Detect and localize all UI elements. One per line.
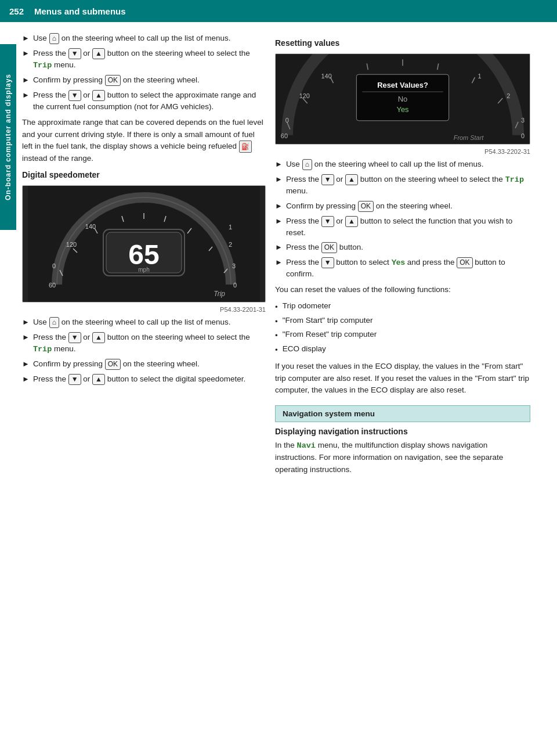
reset-bullet-list: ►Use ⌂ on the steering wheel to call up … xyxy=(275,159,530,279)
button-icon: ▼ xyxy=(68,332,81,343)
svg-text:0: 0 xyxy=(285,117,289,124)
reset-function-list: •Trip odometer•"From Start" trip compute… xyxy=(275,301,530,357)
svg-text:mph: mph xyxy=(138,267,149,273)
bullet-text: Press the ▼ or ▲ button to select the di… xyxy=(33,373,266,385)
content-area: ►Use ⌂ on the steering wheel to call up … xyxy=(16,22,557,756)
digital-bullet-list: ►Use ⌂ on the steering wheel to call up … xyxy=(22,316,266,385)
bullet-text: Press the ▼ or ▲ button on the steering … xyxy=(33,48,266,71)
bullet-arrow: ► xyxy=(22,374,30,385)
button-icon: ▼ xyxy=(321,174,334,185)
button-icon: ▼ xyxy=(68,374,81,385)
intro-bullet-list: ►Use ⌂ on the steering wheel to call up … xyxy=(22,33,266,112)
reset-svg: 0 120 140 60 3 2 1 0 Reset Values? No Ye… xyxy=(276,54,530,144)
trip-label: Trip xyxy=(505,175,524,184)
svg-text:3: 3 xyxy=(521,117,525,124)
bullet-text: Confirm by pressing OK on the steering w… xyxy=(33,74,266,86)
bullet-text: Press the ▼ or ▲ button to select the fu… xyxy=(286,215,530,238)
nav-box-label: Navigation system menu xyxy=(283,409,375,418)
bullet-item: ►Use ⌂ on the steering wheel to call up … xyxy=(275,159,530,170)
button-icon: OK xyxy=(105,75,121,86)
button-icon: OK xyxy=(321,242,337,253)
speedometer-svg: 0 120 140 60 3 2 1 0 65 mph Trip xyxy=(23,186,265,302)
svg-text:Yes: Yes xyxy=(396,105,408,114)
you-can-reset-para: You can reset the values of the followin… xyxy=(275,284,530,296)
speedometer-label: P54.33-2201-31 xyxy=(22,306,266,313)
button-icon: ▲ xyxy=(92,374,105,385)
svg-text:Trip: Trip xyxy=(214,290,225,298)
list-item-text: ECO display xyxy=(283,344,326,355)
button-icon: ▲ xyxy=(345,216,358,227)
bullet-text: Use ⌂ on the steering wheel to call up t… xyxy=(33,316,266,328)
refuel-icon: ⛽ xyxy=(239,141,252,153)
bullet-item: ►Press the ▼ button to select Yes and pr… xyxy=(275,257,530,279)
reset-image-label: P54.33-2202-31 xyxy=(275,148,530,155)
bullet-item: ►Use ⌂ on the steering wheel to call up … xyxy=(22,316,266,328)
trip-label: Trip xyxy=(33,345,52,354)
svg-text:60: 60 xyxy=(281,132,288,139)
svg-text:0: 0 xyxy=(52,262,56,269)
button-icon: ⌂ xyxy=(302,159,312,170)
right-column: Resetting values xyxy=(275,33,530,746)
dot-bullet: • xyxy=(275,345,278,356)
bullet-arrow: ► xyxy=(275,216,283,227)
bullet-text: Press the ▼ or ▲ button to select the ap… xyxy=(33,89,266,112)
bullet-item: ►Confirm by pressing OK on the steering … xyxy=(22,74,266,86)
button-icon: ▲ xyxy=(92,48,105,59)
side-margin: On-board computer and displays xyxy=(0,22,16,756)
button-icon: ▲ xyxy=(345,174,358,185)
left-column: ►Use ⌂ on the steering wheel to call up … xyxy=(22,33,266,746)
bullet-item: ►Use ⌂ on the steering wheel to call up … xyxy=(22,33,266,44)
side-tab-label: On-board computer and displays xyxy=(0,44,16,230)
eco-para: If you reset the values in the ECO displ… xyxy=(275,361,530,396)
list-item-text: "From Reset" trip computer xyxy=(283,329,377,340)
bullet-item: ►Press the ▼ or ▲ button to select the d… xyxy=(22,373,266,385)
bullet-text: Press the ▼ or ▲ button on the steering … xyxy=(286,174,530,197)
svg-text:2: 2 xyxy=(507,92,510,99)
bullet-item: ►Press the ▼ or ▲ button on the steering… xyxy=(275,174,530,197)
trip-label: Trip xyxy=(33,61,52,70)
svg-text:65: 65 xyxy=(128,239,159,270)
button-icon: ⌂ xyxy=(49,33,59,44)
dot-bullet: • xyxy=(275,316,278,327)
main-content: On-board computer and displays ►Use ⌂ on… xyxy=(0,22,557,756)
svg-text:120: 120 xyxy=(299,92,310,99)
bullet-arrow: ► xyxy=(22,90,30,101)
list-item-text: Trip odometer xyxy=(283,301,331,312)
svg-text:1: 1 xyxy=(229,224,232,231)
bullet-arrow: ► xyxy=(275,159,283,170)
button-icon: ⌂ xyxy=(49,317,59,328)
range-body-para: The approximate range that can be covere… xyxy=(22,117,266,164)
page-number: 252 xyxy=(9,6,24,16)
dot-bullet: • xyxy=(275,330,278,341)
svg-text:60: 60 xyxy=(49,282,56,289)
bullet-text: Use ⌂ on the steering wheel to call up t… xyxy=(33,33,266,44)
bullet-text: Press the OK button. xyxy=(286,242,530,253)
bullet-item: ►Confirm by pressing OK on the steering … xyxy=(22,358,266,370)
svg-text:0: 0 xyxy=(521,132,525,139)
speedometer-image-container: 0 120 140 60 3 2 1 0 65 mph Trip xyxy=(22,185,266,303)
bullet-item: ►Press the ▼ or ▲ button to select the f… xyxy=(275,215,530,238)
bullet-text: Use ⌂ on the steering wheel to call up t… xyxy=(286,159,530,170)
bullet-arrow: ► xyxy=(22,75,30,86)
navi-label: Navi xyxy=(297,441,316,450)
button-icon: OK xyxy=(358,201,374,212)
reset-image-container: 0 120 140 60 3 2 1 0 Reset Values? No Ye… xyxy=(275,53,530,145)
bullet-item: ►Press the OK button. xyxy=(275,242,530,253)
svg-text:3: 3 xyxy=(232,262,236,269)
svg-text:From Start: From Start xyxy=(454,134,484,141)
button-icon: ▲ xyxy=(92,332,105,343)
bullet-arrow: ► xyxy=(22,317,30,328)
svg-text:140: 140 xyxy=(85,223,96,230)
button-icon: OK xyxy=(105,359,121,370)
button-icon: ▲ xyxy=(92,90,105,101)
digital-speedometer-heading: Digital speedometer xyxy=(22,170,266,179)
bullet-item: ►Press the ▼ or ▲ button on the steering… xyxy=(22,48,266,71)
resetting-values-heading: Resetting values xyxy=(275,38,530,48)
bullet-text: Press the ▼ or ▲ button on the steering … xyxy=(33,332,266,355)
button-icon: ▼ xyxy=(68,48,81,59)
bullet-arrow: ► xyxy=(22,359,30,370)
bullet-arrow: ► xyxy=(22,33,30,44)
disp-nav-para: In the Navi menu, the multifunction disp… xyxy=(275,440,530,476)
svg-text:120: 120 xyxy=(66,241,77,248)
svg-text:No: No xyxy=(398,95,408,103)
